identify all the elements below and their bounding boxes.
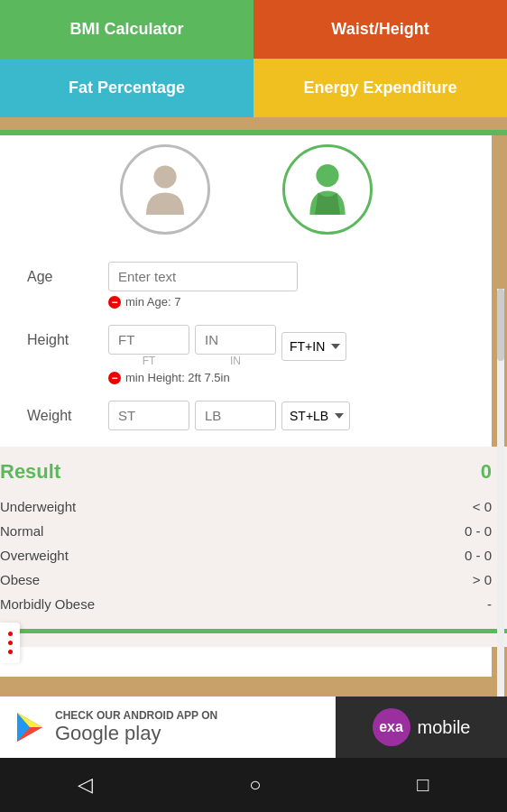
obese-label: Obese: [0, 572, 40, 587]
progress-bar: [0, 629, 507, 633]
google-play-text: Google play: [55, 722, 217, 745]
age-validation-text: min Age: 7: [125, 295, 180, 309]
result-normal-row: Normal 0 - 0: [0, 519, 492, 543]
result-section: Result 0 Underweight < 0 Normal 0 - 0 Ov…: [0, 447, 507, 647]
dot-3: [8, 650, 13, 654]
age-error-icon: [108, 296, 121, 309]
home-button[interactable]: ○: [249, 773, 261, 797]
obese-range: > 0: [473, 572, 492, 587]
weight-row: Weight ST+LB: [0, 401, 492, 430]
height-error-icon: [108, 372, 121, 384]
bottom-banner: CHECK OUR ANDROID APP ON Google play exa…: [0, 697, 507, 758]
morbidly-obese-label: Morbidly Obese: [0, 596, 95, 612]
height-inputs: FT IN FT+IN min Height: 2ft 7.5in: [108, 325, 465, 384]
energy-expenditure-button[interactable]: Energy Expenditure: [254, 59, 507, 117]
height-row: Height FT IN FT+IN: [0, 325, 492, 384]
result-obese-row: Obese > 0: [0, 567, 492, 592]
in-label: IN: [230, 355, 241, 367]
result-morbidly-obese-row: Morbidly Obese -: [0, 592, 492, 616]
banner-text-area: CHECK OUR ANDROID APP ON Google play: [55, 709, 217, 745]
male-avatar[interactable]: [282, 144, 373, 235]
underweight-range: < 0: [473, 499, 492, 514]
weight-label: Weight: [27, 401, 108, 424]
age-label: Age: [27, 262, 108, 285]
result-label: Result: [0, 460, 60, 484]
height-unit-select[interactable]: FT+IN: [281, 332, 346, 361]
overweight-range: 0 - 0: [465, 548, 492, 563]
result-overweight-row: Overweight 0 - 0: [0, 543, 492, 567]
avatar-section: [0, 144, 492, 235]
weight-st-input[interactable]: [108, 401, 189, 430]
bottom-navigation: ◁ ○ □: [0, 758, 507, 812]
normal-range: 0 - 0: [465, 523, 492, 539]
bmi-calculator-button[interactable]: BMI Calculator: [0, 0, 254, 59]
scrollbar-thumb[interactable]: [497, 289, 504, 361]
mobile-text: mobile: [418, 717, 471, 738]
ft-label: FT: [143, 355, 156, 367]
age-row: Age min Age: 7: [0, 262, 492, 309]
waist-height-button[interactable]: Waist/Height: [254, 0, 507, 59]
age-input[interactable]: [108, 262, 298, 291]
underweight-label: Underweight: [0, 499, 76, 514]
exa-logo: exa: [373, 708, 410, 746]
svg-point-1: [316, 164, 338, 187]
result-header: Result 0: [0, 460, 492, 484]
wood-divider: [0, 117, 507, 130]
height-ft-input[interactable]: [108, 325, 189, 355]
side-dots-menu[interactable]: [0, 623, 20, 663]
dot-1: [8, 632, 13, 636]
exa-text: exa: [379, 719, 403, 735]
weight-unit-select[interactable]: ST+LB: [281, 401, 350, 430]
height-validation-text: min Height: 2ft 7.5in: [125, 371, 230, 384]
svg-point-0: [153, 165, 176, 188]
height-label: Height: [27, 325, 108, 348]
result-value: 0: [481, 460, 492, 484]
banner-check-text: CHECK OUR ANDROID APP ON: [55, 709, 217, 722]
height-in-input[interactable]: [195, 325, 276, 355]
result-underweight-row: Underweight < 0: [0, 494, 492, 519]
female-avatar[interactable]: [120, 144, 210, 235]
exa-mobile-area[interactable]: exa mobile: [336, 697, 507, 758]
age-inputs: min Age: 7: [108, 262, 465, 309]
wood-bottom-gap: [0, 677, 507, 695]
recent-apps-button[interactable]: □: [417, 773, 429, 797]
dot-2: [8, 641, 13, 645]
banner-left: CHECK OUR ANDROID APP ON Google play: [0, 709, 336, 745]
weight-lb-input[interactable]: [195, 401, 276, 430]
overweight-label: Overweight: [0, 548, 69, 563]
back-button[interactable]: ◁: [78, 773, 93, 797]
morbidly-obese-range: -: [487, 596, 492, 612]
main-panel: Age min Age: 7 Height FT: [0, 135, 492, 677]
play-store-icon: [14, 711, 46, 743]
fat-percentage-button[interactable]: Fat Percentage: [0, 59, 254, 117]
normal-label: Normal: [0, 523, 43, 539]
weight-inputs: ST+LB: [108, 401, 465, 430]
